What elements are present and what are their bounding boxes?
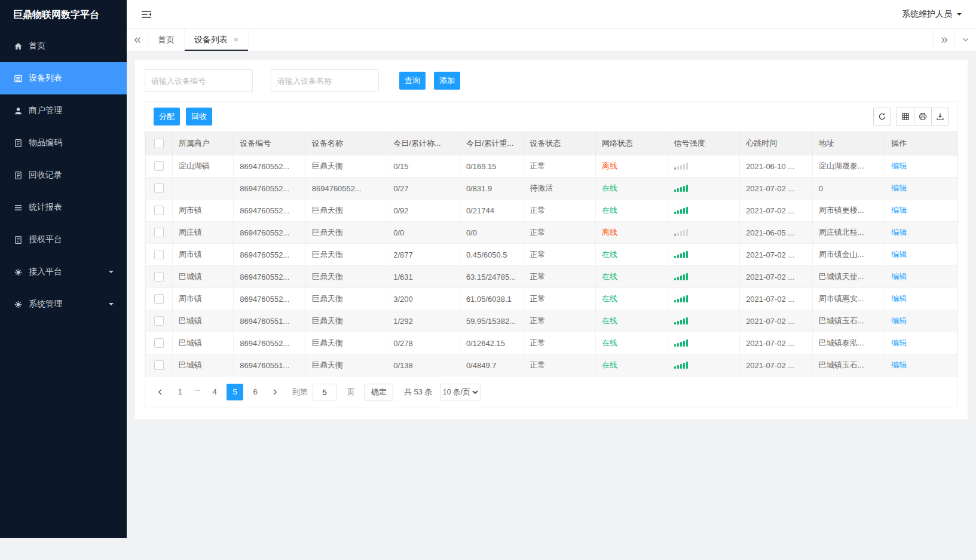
export-icon[interactable] <box>931 108 949 126</box>
cell-heartbeat: 2021-07-02 ... <box>740 354 813 377</box>
edit-link[interactable]: 编辑 <box>891 338 907 347</box>
cell-device-status: 正常 <box>524 310 596 332</box>
cell-device-no: 8694760552... <box>234 244 306 266</box>
cell-device-name: 巨鼎天衡 <box>305 155 387 178</box>
user-menu[interactable]: 系统维护人员 <box>902 9 962 20</box>
table-row: 周市镇8694760552...巨鼎天衡3/20061.05/6038.1正常在… <box>146 288 957 310</box>
edit-link[interactable]: 编辑 <box>891 228 907 237</box>
page-button-5[interactable]: 5 <box>227 384 243 400</box>
device-no-input[interactable] <box>145 69 253 92</box>
sidebar-item-3[interactable]: 物品编码 <box>0 127 127 159</box>
print-icon[interactable] <box>914 108 932 126</box>
collapse-menu-icon[interactable] <box>141 10 152 19</box>
tabs-dropdown-icon[interactable] <box>954 29 976 51</box>
sidebar-item-2[interactable]: 商户管理 <box>0 94 127 127</box>
sidebar: 巨鼎物联网数字平台 首页设备列表商户管理物品编码回收记录统计报表授权平台接入平台… <box>0 0 127 538</box>
table-row: 巴城镇8694760552...巨鼎天衡0/2780/12642.15正常在线2… <box>146 332 957 354</box>
sidebar-menu: 首页设备列表商户管理物品编码回收记录统计报表授权平台接入平台系统管理 <box>0 30 127 538</box>
row-checkbox[interactable] <box>154 250 164 259</box>
page-button-6[interactable]: 6 <box>247 384 264 400</box>
row-checkbox[interactable] <box>154 183 164 193</box>
cell-device-status: 待激活 <box>524 178 596 200</box>
allocate-button[interactable]: 分配 <box>154 108 180 126</box>
table-body: 淀山湖镇8694760552...巨鼎天衡0/150/169.15正常离线202… <box>146 155 957 377</box>
cell-merchant: 巴城镇 <box>172 266 233 288</box>
recycle-button[interactable]: 回收 <box>186 108 212 126</box>
next-page-icon[interactable] <box>268 384 282 400</box>
cell-network-status: 在线 <box>596 178 668 200</box>
row-checkbox[interactable] <box>154 206 164 215</box>
sidebar-item-6[interactable]: 授权平台 <box>0 224 127 256</box>
cell-device-name: 巨鼎天衡 <box>305 266 387 288</box>
cell-address: 0 <box>812 178 885 200</box>
cell-today-count: 0/27 <box>387 178 460 200</box>
edit-link[interactable]: 编辑 <box>891 272 907 281</box>
table-row: 周庄镇8694760552...巨鼎天衡0/00/0正常离线2021-06-05… <box>146 222 957 244</box>
cell-today-weight: 61.05/6038.1 <box>460 288 524 310</box>
edit-link[interactable]: 编辑 <box>891 206 907 215</box>
row-checkbox[interactable] <box>154 272 164 281</box>
edit-link[interactable]: 编辑 <box>891 294 907 303</box>
cell-today-count: 2/877 <box>387 244 460 266</box>
cell-today-count: 3/200 <box>387 288 460 310</box>
sidebar-item-label: 首页 <box>29 41 45 51</box>
device-name-input[interactable] <box>271 69 379 92</box>
cell-signal <box>668 354 740 377</box>
prev-page-icon[interactable] <box>154 384 167 400</box>
cell-device-no: 8694760552... <box>234 266 306 288</box>
edit-link[interactable]: 编辑 <box>891 161 907 170</box>
signal-strength-icon <box>674 272 688 280</box>
table-card: 分配 回收 所属商户设备编号设备名称今日/累计称...今日/累计重...设备状态… <box>145 101 958 408</box>
sidebar-item-5[interactable]: 统计报表 <box>0 191 127 224</box>
edit-link[interactable]: 编辑 <box>891 250 907 259</box>
page-button-4[interactable]: 4 <box>206 384 223 400</box>
row-checkbox[interactable] <box>154 316 164 326</box>
tab-1[interactable]: 设备列表× <box>185 29 249 51</box>
add-button[interactable]: 添加 <box>434 72 460 90</box>
sidebar-item-label: 物品编码 <box>29 137 62 148</box>
cell-actions: 编辑 <box>885 332 957 354</box>
row-checkbox[interactable] <box>154 338 164 348</box>
cell-today-weight: 0/831.9 <box>460 178 524 200</box>
user-role-label: 系统维护人员 <box>902 9 952 20</box>
goto-page-input[interactable] <box>313 384 336 400</box>
refresh-icon[interactable] <box>873 108 891 126</box>
tabbar-spacer <box>249 29 933 51</box>
cell-today-weight: 0/169.15 <box>460 155 524 178</box>
edit-link[interactable]: 编辑 <box>891 183 907 192</box>
sidebar-item-4[interactable]: 回收记录 <box>0 159 127 191</box>
select-all-checkbox[interactable] <box>154 139 164 148</box>
sidebar-item-label: 统计报表 <box>29 202 62 213</box>
per-page-select[interactable]: 10 条/页 <box>440 384 481 400</box>
chevron-down-icon <box>109 271 114 276</box>
sidebar-item-label: 接入平台 <box>29 267 62 277</box>
tabs-scroll-right-icon[interactable] <box>933 29 954 51</box>
row-checkbox[interactable] <box>154 294 164 304</box>
app-title: 巨鼎物联网数字平台 <box>0 0 127 30</box>
tab-0[interactable]: 首页 <box>148 29 185 51</box>
tabs-scroll-left-icon[interactable] <box>127 29 148 51</box>
page-button-1[interactable]: 1 <box>172 384 188 400</box>
row-checkbox[interactable] <box>154 228 164 237</box>
content-area: 查询 添加 分配 回收 <box>127 51 976 538</box>
cell-network-status: 在线 <box>596 288 668 310</box>
sidebar-item-1[interactable]: 设备列表 <box>0 62 127 94</box>
cell-actions: 编辑 <box>885 200 957 222</box>
sidebar-item-0[interactable]: 首页 <box>0 30 127 62</box>
table-row: 巴城镇8694760551...巨鼎天衡1/29259.95/15382...正… <box>146 310 957 332</box>
sidebar-item-7[interactable]: 接入平台 <box>0 256 127 288</box>
query-button[interactable]: 查询 <box>399 72 426 90</box>
close-icon[interactable]: × <box>234 36 238 44</box>
row-checkbox[interactable] <box>154 161 164 171</box>
cell-device-status: 正常 <box>524 266 596 288</box>
edit-link[interactable]: 编辑 <box>891 316 907 325</box>
cell-actions: 编辑 <box>885 310 957 332</box>
sidebar-item-8[interactable]: 系统管理 <box>0 288 127 320</box>
total-count-label: 共 53 条 <box>404 387 433 397</box>
confirm-page-button[interactable]: 确定 <box>365 384 393 400</box>
columns-icon[interactable] <box>897 108 914 126</box>
cell-today-count: 1/631 <box>387 266 460 288</box>
edit-link[interactable]: 编辑 <box>891 360 907 369</box>
cell-device-name: 巨鼎天衡 <box>305 222 387 244</box>
row-checkbox[interactable] <box>154 360 164 370</box>
